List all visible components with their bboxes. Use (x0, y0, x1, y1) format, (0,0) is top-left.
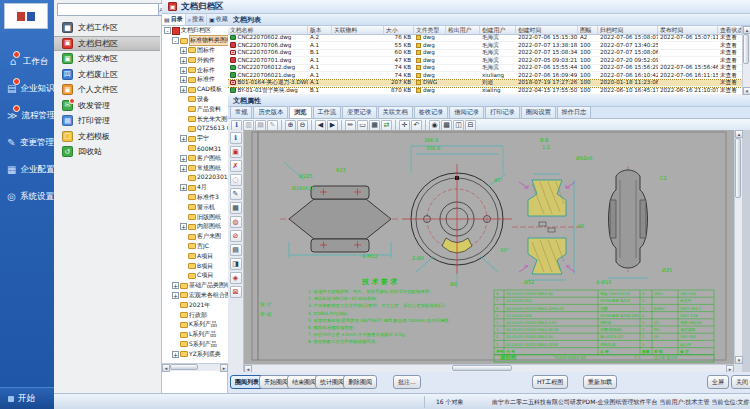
tree-node[interactable]: +4月 (162, 183, 228, 193)
tree-node[interactable]: 宫JC (162, 242, 228, 252)
sidebar-item-3[interactable]: ▣文档发布区 (54, 51, 160, 67)
collapse-icon[interactable]: - (164, 27, 171, 34)
column-header[interactable]: 查看状态 (718, 26, 742, 34)
start-button[interactable]: 开始 (0, 387, 54, 409)
nav-item-knowledge[interactable]: ▤企业知识库 (0, 75, 54, 102)
tree-node[interactable]: +标准件 (162, 75, 228, 85)
nav-item-system[interactable]: ◎系统设置 (0, 183, 54, 210)
stamp-seal-icon[interactable]: ◍ (230, 216, 242, 228)
column-header[interactable]: 检出用户 (446, 26, 480, 34)
tree-tab-2[interactable]: ⌕搜索 (186, 14, 207, 25)
expand-icon[interactable]: + (180, 223, 187, 230)
viewer-horizontal-scrollbar[interactable]: ◂ ▸ (244, 364, 734, 372)
scroll-thumb[interactable] (170, 364, 198, 370)
zoom-out-icon[interactable]: ⊖ (297, 120, 308, 131)
properties-tab-4[interactable]: 工作流 (313, 106, 342, 118)
tree-node[interactable]: 警示机 (162, 202, 228, 212)
edit-icon[interactable]: ✎ (267, 120, 278, 131)
properties-tab-3[interactable]: 浏览 (289, 106, 311, 118)
nav-item-change[interactable]: ✎变更管理 (0, 129, 54, 156)
expand-icon[interactable]: + (180, 155, 187, 162)
window-icon[interactable]: ◫ (453, 120, 464, 131)
preview-icon[interactable]: ◉ (429, 120, 440, 131)
copy-view-icon[interactable]: ▤ (255, 120, 266, 131)
expand-icon[interactable]: + (180, 47, 187, 54)
expand-icon[interactable]: + (180, 76, 187, 83)
column-header[interactable]: 图幅 (578, 26, 598, 34)
tree-node[interactable]: A项目 (162, 251, 228, 261)
minimize-icon[interactable]: ⊟ (465, 120, 476, 131)
tree-node[interactable]: 600M31 (162, 144, 228, 154)
pan-right-icon[interactable]: ▶ (327, 120, 338, 131)
scroll-down-icon[interactable]: ▾ (735, 356, 743, 364)
tree-node[interactable]: S系列产品 (162, 340, 228, 350)
properties-tab-11[interactable]: 操作日志 (557, 106, 592, 118)
scroll-down-icon[interactable]: ▾ (743, 87, 750, 95)
pan-left-icon[interactable]: ◀ (315, 120, 326, 131)
tree-node[interactable]: +客户图纸 (162, 153, 228, 163)
action-button-9[interactable]: 全屏 (707, 375, 729, 389)
scroll-thumb[interactable] (452, 365, 512, 371)
stamp-void-icon[interactable]: ⊘ (230, 230, 242, 242)
column-header[interactable]: 大小 (384, 26, 414, 34)
nav-item-enterprise[interactable]: ▦企业配置 (0, 156, 54, 183)
tree-node[interactable]: 长光朱大测试图纸 (162, 114, 228, 124)
scroll-left-icon[interactable]: ◂ (162, 364, 170, 372)
expand-icon[interactable]: + (180, 135, 187, 142)
brush-icon[interactable]: ✏ (345, 120, 356, 131)
save-view-icon[interactable]: ▥ (243, 120, 254, 131)
file-table-scrollbar[interactable]: ▴ ▾ (742, 26, 750, 95)
scroll-up-icon[interactable]: ▴ (735, 130, 743, 138)
column-header[interactable]: 归档时间 (598, 26, 658, 34)
properties-tab-9[interactable]: 打印记录 (485, 106, 520, 118)
undo-icon[interactable]: ↶ (411, 120, 422, 131)
tree-node[interactable]: 20220301宏来好图纸 (162, 173, 228, 183)
move-icon[interactable]: ✛ (399, 120, 410, 131)
action-button-5[interactable]: 删除圈阅 (343, 375, 377, 389)
expand-icon[interactable]: + (180, 86, 187, 93)
zoom-in-icon[interactable]: ⊕ (285, 120, 296, 131)
action-button-7[interactable]: HT工程图 (532, 375, 568, 389)
tree-node[interactable]: +宇宁 (162, 134, 228, 144)
viewer-vertical-scrollbar[interactable]: ▴ ▾ (734, 130, 742, 364)
column-header[interactable]: 版本 (308, 26, 332, 34)
expand-icon[interactable]: + (172, 282, 179, 289)
stamp-info-icon[interactable]: ℹ (230, 132, 242, 144)
tree-node[interactable]: 2021年 (162, 300, 228, 310)
sidebar-item-2[interactable]: ▣文档归档区 (54, 36, 160, 52)
column-header[interactable]: 文档名称 (228, 26, 308, 34)
sidebar-item-6[interactable]: ✉收发管理 (54, 98, 160, 114)
layers-icon[interactable]: ▦ (369, 120, 380, 131)
tree-node[interactable]: 行政部 (162, 310, 228, 320)
info-icon[interactable]: ℹ (231, 120, 242, 131)
tree-node[interactable]: +CAD模板 (162, 85, 228, 95)
expand-icon[interactable]: + (180, 67, 187, 74)
sidebar-item-8[interactable]: ▢文档模板 (54, 129, 160, 145)
tree-node[interactable]: 产品资料 (162, 104, 228, 114)
resize-grip-icon[interactable]: ◢ (743, 398, 748, 406)
properties-tab-7[interactable]: 签收记录 (414, 106, 449, 118)
tree-node[interactable]: +企标件 (162, 65, 228, 75)
properties-tab-10[interactable]: 圈阅设置 (521, 106, 556, 118)
tree-node[interactable]: C项目 (162, 271, 228, 281)
properties-tab-8[interactable]: 借阅记录 (449, 106, 484, 118)
tree-horizontal-scrollbar[interactable]: ◂ ▸ (162, 363, 228, 371)
tree-node[interactable]: K系列产品 (162, 320, 228, 330)
expand-icon[interactable]: + (172, 292, 179, 299)
tree-tab-1[interactable]: ▤目录 (162, 14, 186, 25)
properties-tab-2[interactable]: 历史版本 (253, 106, 288, 118)
tree-node[interactable]: +YZ系列底类 (162, 349, 228, 359)
properties-tab-6[interactable]: 关联文档 (378, 106, 413, 118)
tree-node[interactable]: B项目 (162, 261, 228, 271)
tree-node[interactable]: -标准物料类图纸 (162, 36, 228, 46)
tree-node[interactable]: +外购件 (162, 55, 228, 65)
sidebar-item-7[interactable]: ▤打印管理 (54, 113, 160, 129)
tree-node[interactable]: +宏观米各组合图纸 (162, 291, 228, 301)
stamp-diamond-icon[interactable]: ◈ (230, 272, 242, 284)
sidebar-item-5[interactable]: ▣个人文件区 (54, 82, 160, 98)
expand-icon[interactable]: + (172, 351, 179, 358)
sidebar-item-4[interactable]: 回文档废止区 (54, 67, 160, 83)
nav-item-process[interactable]: ≫流程管理 (0, 102, 54, 129)
tree-node[interactable]: +国标件 (162, 46, 228, 56)
tree-node[interactable]: +基础产品类图纸 (162, 281, 228, 291)
